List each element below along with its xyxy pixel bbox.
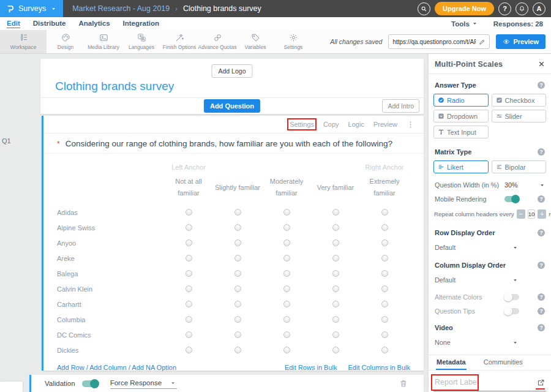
video-select[interactable]: None [433, 339, 519, 346]
radio-option[interactable] [234, 331, 241, 338]
add-row-link[interactable]: Add Row [57, 364, 84, 371]
question-width-value[interactable]: 30% [504, 181, 518, 189]
radio-option[interactable] [332, 209, 339, 216]
help-icon[interactable]: ? [538, 293, 545, 301]
radio-option[interactable] [186, 255, 192, 262]
stepper-plus-button[interactable]: + [538, 209, 546, 219]
upgrade-now-button[interactable]: Upgrade Now [435, 2, 494, 15]
repeat-headers-value[interactable]: 10 [528, 209, 536, 219]
radio-option[interactable] [283, 331, 290, 338]
radio-option[interactable] [332, 347, 339, 353]
radio-option[interactable] [186, 331, 192, 338]
column-display-order-select[interactable]: Default [433, 276, 519, 284]
report-label-field[interactable]: Report Label [433, 376, 546, 391]
radio-option[interactable] [283, 285, 290, 292]
radio-option[interactable] [186, 224, 192, 231]
radio-option[interactable] [186, 285, 192, 292]
radio-option[interactable] [283, 270, 290, 277]
edit-url-pencil-icon[interactable] [479, 39, 485, 45]
radio-option[interactable] [234, 255, 241, 262]
radio-option[interactable] [234, 270, 241, 277]
edit-rows-in-bulk-link[interactable]: Edit Rows in Bulk [285, 364, 337, 371]
radio-option[interactable] [381, 270, 388, 277]
help-icon[interactable]: ? [538, 81, 545, 89]
surveys-menu[interactable]: Surveys [0, 0, 63, 17]
matrix-type-bipolar[interactable]: Bipolar [492, 160, 547, 173]
question-action-settings[interactable]: Settings [290, 121, 314, 128]
radio-option[interactable] [234, 347, 241, 353]
close-icon[interactable] [538, 61, 545, 67]
radio-option[interactable] [332, 255, 339, 262]
responses-count[interactable]: Responses: 28 [493, 20, 543, 28]
question-action-logic[interactable]: Logic [348, 121, 364, 128]
radio-option[interactable] [381, 301, 388, 307]
radio-option[interactable] [186, 270, 192, 277]
radio-option[interactable] [283, 316, 290, 323]
radio-option[interactable] [283, 239, 290, 246]
validation-toggle[interactable] [82, 380, 99, 387]
toolbar-item-finish-options[interactable]: Finish Options [160, 30, 198, 53]
radio-option[interactable] [381, 285, 388, 292]
radio-option[interactable] [381, 209, 388, 216]
radio-option[interactable] [381, 255, 388, 262]
toolbar-item-variables[interactable]: Variables [236, 30, 274, 53]
radio-option[interactable] [381, 224, 388, 231]
radio-option[interactable] [283, 301, 290, 307]
help-icon[interactable]: ? [538, 307, 545, 315]
radio-option[interactable] [234, 239, 241, 246]
avatar[interactable]: A [533, 2, 545, 15]
radio-option[interactable] [234, 316, 241, 323]
edit-columns-in-bulk-link[interactable]: Edit Columns in Bulk [348, 364, 411, 371]
radio-option[interactable] [332, 239, 339, 246]
toolbar-item-design[interactable]: Design [47, 30, 84, 53]
help-icon[interactable]: ? [538, 229, 545, 236]
tab-communities[interactable]: Communities [483, 356, 523, 370]
radio-option[interactable] [332, 270, 339, 277]
breadcrumb-folder[interactable]: Market Research - Aug 2019 [72, 4, 170, 13]
add-logo-button[interactable]: Add Logo [212, 64, 253, 78]
nav-tab-distribute[interactable]: Distribute [33, 20, 66, 28]
question-action-copy[interactable]: Copy [323, 121, 339, 128]
radio-option[interactable] [186, 301, 192, 307]
more-vertical-icon[interactable] [407, 121, 414, 129]
help-icon[interactable]: ? [538, 148, 545, 156]
radio-option[interactable] [332, 285, 339, 292]
add-na-option-link[interactable]: Add NA Option [132, 364, 176, 371]
add-intro-button[interactable]: Add Intro [382, 99, 419, 113]
radio-option[interactable] [283, 209, 290, 216]
external-link-icon[interactable] [537, 379, 545, 386]
tools-menu[interactable]: Tools [451, 20, 478, 28]
radio-option[interactable] [186, 316, 192, 323]
toolbar-item-advance-quotas[interactable]: Advance Quotas [198, 30, 236, 53]
toolbar-item-workspace[interactable]: Workspace [0, 30, 47, 53]
nav-tab-analytics[interactable]: Analytics [78, 20, 110, 28]
radio-option[interactable] [381, 331, 388, 338]
notifications-bell-icon[interactable] [515, 2, 528, 15]
nav-tab-edit[interactable]: Edit [7, 20, 20, 28]
radio-option[interactable] [283, 224, 290, 231]
question-text[interactable]: Considering our range of clothing brands… [66, 139, 392, 148]
tab-metadata[interactable]: Metadata [436, 356, 467, 370]
help-icon[interactable]: ? [538, 195, 545, 203]
radio-option[interactable] [283, 255, 290, 262]
survey-title[interactable]: Clothing brands survey [55, 80, 174, 93]
toolbar-item-languages[interactable]: Languages [122, 30, 160, 53]
chevron-down-icon[interactable] [539, 183, 545, 188]
preview-button[interactable]: Preview [496, 34, 545, 49]
help-icon[interactable]: ? [538, 324, 545, 331]
question-tips-toggle[interactable] [504, 308, 519, 314]
answer-type-text-input[interactable]: Text Input [433, 126, 489, 138]
validation-type-select[interactable]: Force Response [110, 378, 177, 389]
radio-option[interactable] [332, 301, 339, 307]
answer-type-checkbox[interactable]: Checkbox [492, 94, 547, 107]
radio-option[interactable] [332, 224, 339, 231]
radio-option[interactable] [234, 301, 241, 307]
radio-option[interactable] [186, 209, 192, 216]
answer-type-slider[interactable]: Slider [492, 110, 547, 123]
alternate-colors-toggle[interactable] [504, 294, 519, 300]
search-icon[interactable] [418, 2, 430, 15]
stepper-minus-button[interactable]: − [517, 209, 525, 219]
radio-option[interactable] [332, 331, 339, 338]
nav-tab-integration[interactable]: Integration [123, 20, 159, 28]
radio-option[interactable] [186, 239, 192, 246]
